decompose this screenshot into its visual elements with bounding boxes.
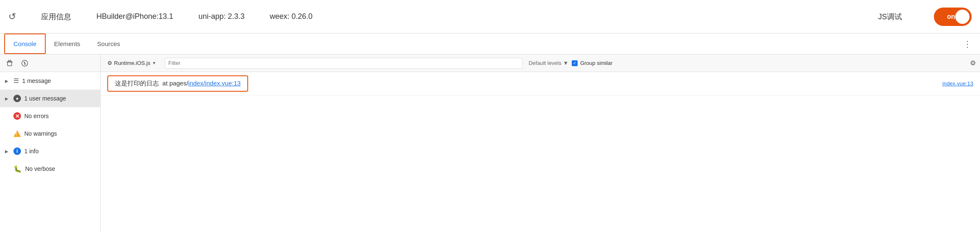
sidebar-items: ▶ ☰ 1 message ▶ ● 1 user message ✕ No er…: [0, 72, 100, 178]
default-levels-label: Default levels: [529, 60, 561, 66]
tab-bar: Console Elements Sources ⋮: [0, 34, 980, 54]
expand-info-icon: ▶: [5, 149, 10, 154]
filter-input-wrap: [165, 58, 523, 69]
warning-icon: [13, 130, 21, 137]
console-area: ⚙ Runtime.iOS.js ▼ Default levels ▼ Grou…: [101, 54, 980, 232]
runtime-label: Runtime.iOS.js: [114, 60, 150, 66]
uniapp-version-label: uni-app: 2.3.3: [198, 12, 244, 21]
log-message-link[interactable]: index/index.vue:13: [188, 80, 241, 87]
errors-label: No errors: [24, 113, 49, 119]
error-icon: ✕: [13, 112, 21, 120]
tab-more-icon[interactable]: ⋮: [959, 39, 976, 49]
user-icon: ●: [13, 95, 21, 102]
default-levels-button[interactable]: Default levels ▼: [529, 60, 568, 66]
warnings-label: No warnings: [24, 130, 57, 137]
console-toolbar: [0, 54, 100, 72]
filter-input[interactable]: [169, 60, 519, 66]
sidebar-item-messages[interactable]: ▶ ☰ 1 message: [0, 72, 100, 90]
expand-messages-icon: ▶: [5, 79, 10, 83]
group-similar-wrap: Group similar: [572, 60, 612, 66]
device-label: HBuilder@iPhone:13.1: [96, 12, 173, 21]
messages-list-icon: ☰: [13, 77, 19, 85]
svg-rect-2: [8, 60, 11, 62]
pause-icon: [21, 60, 28, 67]
js-debug-toggle[interactable]: on: [934, 8, 972, 26]
expand-user-messages-icon: ▶: [5, 96, 10, 101]
top-toolbar: ↺ 应用信息 HBuilder@iPhone:13.1 uni-app: 2.3…: [0, 0, 980, 34]
sidebar: ▶ ☰ 1 message ▶ ● 1 user message ✕ No er…: [0, 54, 101, 232]
tab-elements[interactable]: Elements: [46, 34, 89, 54]
sidebar-item-warnings[interactable]: No warnings: [0, 125, 100, 142]
sidebar-item-verbose[interactable]: 🐛 No verbose: [0, 160, 100, 178]
main-area: ▶ ☰ 1 message ▶ ● 1 user message ✕ No er…: [0, 54, 980, 232]
messages-label: 1 message: [22, 77, 51, 84]
settings-gear-icon[interactable]: ⚙: [970, 59, 976, 67]
console-log-container: 这是打印的日志 at pages/index/index.vue:13 inde…: [101, 72, 980, 95]
toggle-circle: [955, 10, 970, 24]
app-info-label: 应用信息: [41, 12, 71, 22]
runtime-dropdown-arrow-icon: ▼: [152, 61, 156, 65]
verbose-icon: 🐛: [13, 165, 22, 173]
clear-icon: [6, 60, 13, 67]
tab-console[interactable]: Console: [4, 34, 46, 54]
sidebar-item-errors[interactable]: ✕ No errors: [0, 107, 100, 125]
sidebar-item-info[interactable]: ▶ i 1 info: [0, 142, 100, 160]
toggle-on-label: on: [947, 13, 955, 21]
group-similar-label: Group similar: [580, 60, 612, 66]
group-similar-checkbox[interactable]: [572, 60, 578, 66]
default-levels-dropdown-icon: ▼: [563, 60, 568, 66]
info-icon: i: [13, 147, 21, 155]
tab-sources[interactable]: Sources: [89, 34, 129, 54]
refresh-icon[interactable]: ↺: [8, 11, 16, 22]
log-message-text: 这是打印的日志 at pages/index/index.vue:13: [115, 80, 241, 87]
user-messages-label: 1 user message: [24, 95, 66, 102]
runtime-selector[interactable]: ⚙ Runtime.iOS.js ▼: [105, 59, 159, 67]
sidebar-item-user-messages[interactable]: ▶ ● 1 user message: [0, 90, 100, 107]
info-label: 1 info: [24, 148, 39, 155]
gear-small-icon: ⚙: [107, 60, 112, 66]
log-message-box: 这是打印的日志 at pages/index/index.vue:13: [107, 75, 248, 92]
pause-button[interactable]: [18, 57, 31, 70]
js-debug-label: JS调试: [878, 12, 902, 22]
clear-console-button[interactable]: [3, 57, 16, 70]
verbose-label: No verbose: [25, 165, 55, 172]
log-entry: 这是打印的日志 at pages/index/index.vue:13 inde…: [101, 72, 980, 95]
log-source-link[interactable]: index.vue:13: [942, 80, 973, 87]
console-inner-toolbar: ⚙ Runtime.iOS.js ▼ Default levels ▼ Grou…: [101, 54, 980, 72]
weex-version-label: weex: 0.26.0: [270, 12, 312, 21]
